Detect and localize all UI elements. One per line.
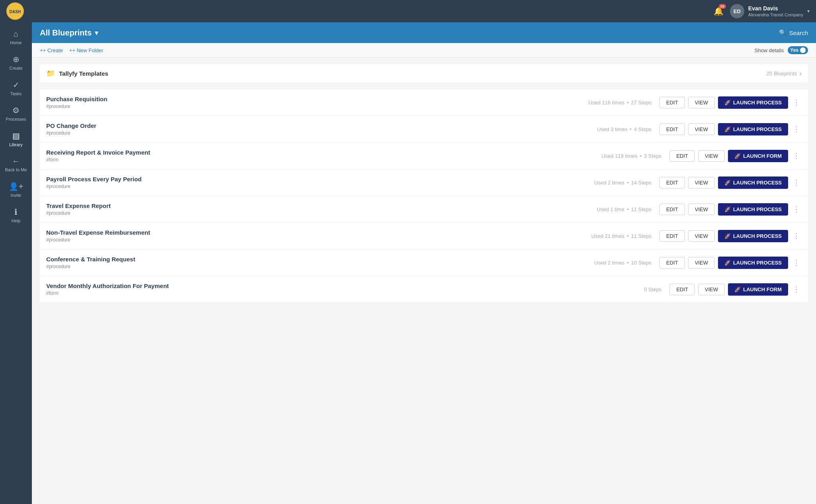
dot-icon: • xyxy=(627,100,629,106)
more-options-button[interactable]: ⋮ xyxy=(791,283,802,295)
dot-icon: • xyxy=(627,260,629,266)
new-folder-button[interactable]: + + New Folder xyxy=(69,47,103,53)
blueprint-usage: Used 2 times• 14 Steps xyxy=(594,180,651,186)
show-details-label: Show details xyxy=(755,47,784,53)
new-folder-icon: + xyxy=(69,47,73,53)
view-button[interactable]: VIEW xyxy=(688,177,715,188)
edit-button[interactable]: EDIT xyxy=(659,124,685,135)
blueprint-info: Purchase Requisition #procedure xyxy=(46,96,588,109)
launch-button[interactable]: 🚀 LAUNCH FORM xyxy=(728,150,788,162)
launch-icon: 🚀 xyxy=(724,233,731,239)
create-button[interactable]: + + Create xyxy=(40,47,63,53)
show-details-toggle[interactable]: Yes xyxy=(788,46,808,54)
blueprint-tag: #procedure xyxy=(46,130,597,136)
view-button[interactable]: VIEW xyxy=(688,124,715,135)
edit-button[interactable]: EDIT xyxy=(669,284,695,295)
toolbar: + + Create + + New Folder Show details Y… xyxy=(32,43,816,58)
view-button[interactable]: VIEW xyxy=(688,204,715,215)
sidebar-item-home[interactable]: ⌂ Home xyxy=(0,25,32,49)
create-icon: ⊕ xyxy=(13,55,20,64)
launch-button[interactable]: 🚀 LAUNCH PROCESS xyxy=(718,176,788,189)
dot-icon: • xyxy=(627,206,629,212)
launch-button[interactable]: 🚀 LAUNCH PROCESS xyxy=(718,257,788,269)
back-to-me-icon: ← xyxy=(12,157,20,166)
edit-button[interactable]: EDIT xyxy=(669,150,695,162)
tasks-icon: ✓ xyxy=(13,80,20,90)
processes-label: Processes xyxy=(6,117,26,122)
blueprint-steps: 14 Steps xyxy=(631,180,651,186)
blueprint-name: Payroll Process Every Pay Period xyxy=(46,176,594,182)
sidebar-item-invite[interactable]: 👤+ Invite xyxy=(0,178,32,202)
blueprint-used-times: Used 119 times xyxy=(601,153,637,159)
launch-button[interactable]: 🚀 LAUNCH PROCESS xyxy=(718,96,788,109)
launch-label: LAUNCH FORM xyxy=(743,153,782,159)
blueprint-steps: 3 Steps xyxy=(644,153,661,159)
more-options-button[interactable]: ⋮ xyxy=(791,257,802,269)
more-options-button[interactable]: ⋮ xyxy=(791,203,802,215)
blueprint-info: Payroll Process Every Pay Period #proced… xyxy=(46,176,594,189)
blueprint-actions: Used 1 time• 11 Steps EDIT VIEW 🚀 LAUNCH… xyxy=(597,203,802,216)
launch-button[interactable]: 🚀 LAUNCH FORM xyxy=(728,283,788,296)
sidebar-item-library[interactable]: ▤ Library xyxy=(0,127,32,151)
folder-row[interactable]: 📁 Tallyfy Templates 25 Blueprints › xyxy=(40,64,808,82)
folder-name: Tallyfy Templates xyxy=(59,70,108,77)
launch-button[interactable]: 🚀 LAUNCH PROCESS xyxy=(718,123,788,135)
toggle-label: Yes xyxy=(790,47,798,53)
launch-button[interactable]: 🚀 LAUNCH PROCESS xyxy=(718,203,788,216)
blueprint-tag: #form xyxy=(46,157,601,163)
edit-button[interactable]: EDIT xyxy=(659,257,685,269)
blueprint-used-times: Used 21 times xyxy=(591,233,624,239)
more-options-button[interactable]: ⋮ xyxy=(791,230,802,242)
sidebar-item-help[interactable]: ℹ Help xyxy=(0,203,32,227)
notification-button[interactable]: 🔔 30 xyxy=(714,6,724,16)
logo-area: DASH xyxy=(6,2,24,20)
view-button[interactable]: VIEW xyxy=(688,97,715,108)
notification-badge: 30 xyxy=(719,4,726,9)
sidebar-item-create[interactable]: ⊕ Create xyxy=(0,51,32,75)
toolbar-left: + + Create + + New Folder xyxy=(40,47,103,53)
edit-button[interactable]: EDIT xyxy=(659,177,685,188)
search-button[interactable]: 🔍 Search xyxy=(779,29,808,36)
page-header: All Blueprints ▾ 🔍 Search xyxy=(32,22,816,43)
view-button[interactable]: VIEW xyxy=(688,230,715,242)
launch-icon: 🚀 xyxy=(734,286,741,292)
view-button[interactable]: VIEW xyxy=(688,257,715,269)
sidebar-item-processes[interactable]: ⚙ Processes xyxy=(0,102,32,126)
launch-icon: 🚀 xyxy=(724,260,731,266)
blueprint-info: PO Change Order #procedure xyxy=(46,122,597,136)
blueprint-steps: 4 Steps xyxy=(634,126,651,132)
user-menu[interactable]: ED Evan Davis Alexandria Transit Company… xyxy=(730,4,810,18)
top-nav: DASH 🔔 30 ED Evan Davis Alexandria Trans… xyxy=(0,0,816,22)
blueprint-actions: 0 Steps EDIT VIEW 🚀 LAUNCH FORM ⋮ xyxy=(644,283,802,296)
blueprint-list: Purchase Requisition #procedure Used 116… xyxy=(40,89,808,303)
launch-label: LAUNCH PROCESS xyxy=(733,180,782,186)
folder-row-left: 📁 Tallyfy Templates xyxy=(46,69,108,78)
page-title-button[interactable]: All Blueprints ▾ xyxy=(40,28,98,37)
invite-label: Invite xyxy=(11,193,21,198)
sidebar-item-tasks[interactable]: ✓ Tasks xyxy=(0,76,32,100)
launch-button[interactable]: 🚀 LAUNCH PROCESS xyxy=(718,230,788,242)
edit-button[interactable]: EDIT xyxy=(659,204,685,215)
blueprint-actions: Used 2 times• 10 Steps EDIT VIEW 🚀 LAUNC… xyxy=(594,257,802,269)
more-options-button[interactable]: ⋮ xyxy=(791,123,802,135)
folder-count: 25 Blueprints xyxy=(767,71,797,76)
blueprint-item: Vendor Monthly Authorization For Payment… xyxy=(40,276,808,303)
edit-button[interactable]: EDIT xyxy=(659,230,685,242)
view-button[interactable]: VIEW xyxy=(698,284,725,295)
blueprint-used-times: Used 3 times xyxy=(597,126,628,132)
sidebar-item-back-to-me[interactable]: ← Back to Me xyxy=(0,153,32,176)
edit-button[interactable]: EDIT xyxy=(659,97,685,108)
blueprint-item: Purchase Requisition #procedure Used 116… xyxy=(40,89,808,116)
more-options-button[interactable]: ⋮ xyxy=(791,150,802,162)
blueprint-info: Travel Expense Report #procedure xyxy=(46,202,597,216)
processes-icon: ⚙ xyxy=(12,106,20,115)
more-options-button[interactable]: ⋮ xyxy=(791,96,802,108)
toolbar-right: Show details Yes xyxy=(755,46,808,54)
page-title: All Blueprints xyxy=(40,28,92,37)
more-options-button[interactable]: ⋮ xyxy=(791,176,802,188)
blueprint-name: Receiving Report & Invoice Payment xyxy=(46,149,601,156)
blueprint-tag: #procedure xyxy=(46,210,597,216)
view-button[interactable]: VIEW xyxy=(698,150,725,162)
blueprint-actions: Used 2 times• 14 Steps EDIT VIEW 🚀 LAUNC… xyxy=(594,176,802,189)
main-content: 📁 Tallyfy Templates 25 Blueprints › Purc… xyxy=(32,58,816,504)
